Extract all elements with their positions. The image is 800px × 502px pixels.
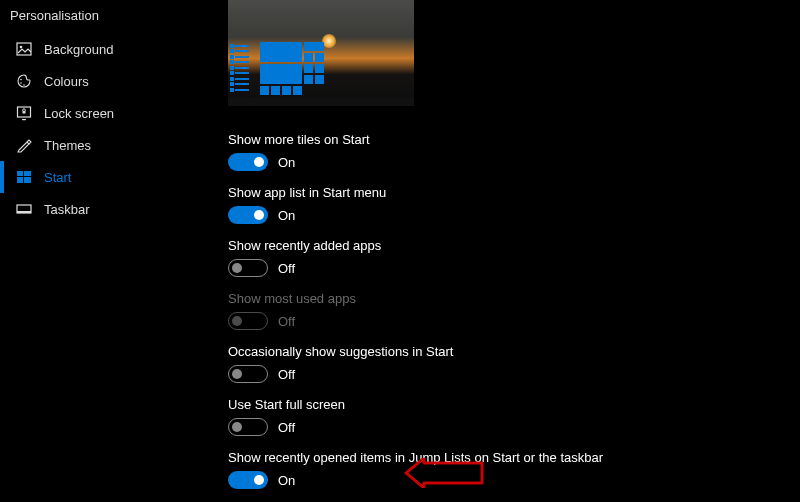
sidebar-item-label: Lock screen bbox=[44, 106, 114, 121]
svg-point-4 bbox=[23, 84, 25, 86]
svg-rect-7 bbox=[23, 111, 26, 114]
svg-point-1 bbox=[20, 46, 23, 49]
toggle-state: Off bbox=[278, 420, 295, 435]
toggle-state: On bbox=[278, 208, 295, 223]
sidebar-item-background[interactable]: Background bbox=[0, 33, 200, 65]
sidebar: Personalisation Background Colours Lock … bbox=[0, 0, 200, 225]
toggle-app-list[interactable] bbox=[228, 206, 268, 224]
setting-label: Use Start full screen bbox=[228, 397, 788, 412]
palette-icon bbox=[16, 73, 32, 89]
toggle-jump-lists[interactable] bbox=[228, 471, 268, 489]
setting-label: Show most used apps bbox=[228, 291, 788, 306]
svg-point-2 bbox=[20, 79, 22, 81]
setting-full-screen: Use Start full screen Off bbox=[228, 397, 788, 436]
setting-label: Show app list in Start menu bbox=[228, 185, 788, 200]
sidebar-item-label: Themes bbox=[44, 138, 91, 153]
toggle-recent-apps[interactable] bbox=[228, 259, 268, 277]
setting-label: Occasionally show suggestions in Start bbox=[228, 344, 788, 359]
taskbar-icon bbox=[16, 201, 32, 217]
main-content: Aa Show more tiles on Start On bbox=[228, 0, 788, 502]
toggle-state: Off bbox=[278, 314, 295, 329]
setting-most-used: Show most used apps Off bbox=[228, 291, 788, 330]
toggle-state: On bbox=[278, 155, 295, 170]
toggle-full-screen[interactable] bbox=[228, 418, 268, 436]
svg-rect-9 bbox=[24, 171, 31, 176]
sidebar-item-colours[interactable]: Colours bbox=[0, 65, 200, 97]
setting-app-list: Show app list in Start menu On bbox=[228, 185, 788, 224]
toggle-more-tiles[interactable] bbox=[228, 153, 268, 171]
svg-rect-13 bbox=[17, 211, 31, 213]
image-icon bbox=[16, 41, 32, 57]
svg-rect-11 bbox=[24, 177, 31, 183]
sidebar-item-lock-screen[interactable]: Lock screen bbox=[0, 97, 200, 129]
setting-label: Show recently opened items in Jump Lists… bbox=[228, 450, 788, 465]
sidebar-item-label: Start bbox=[44, 170, 71, 185]
setting-more-tiles: Show more tiles on Start On bbox=[228, 132, 788, 171]
svg-point-3 bbox=[20, 82, 22, 84]
setting-suggestions: Occasionally show suggestions in Start O… bbox=[228, 344, 788, 383]
toggle-most-used bbox=[228, 312, 268, 330]
lock-screen-icon bbox=[16, 105, 32, 121]
svg-rect-6 bbox=[22, 119, 26, 120]
setting-label: Show more tiles on Start bbox=[228, 132, 788, 147]
sidebar-title: Personalisation bbox=[0, 0, 200, 33]
svg-rect-0 bbox=[17, 43, 31, 55]
start-preview: Aa bbox=[228, 0, 414, 106]
setting-jump-lists: Show recently opened items in Jump Lists… bbox=[228, 450, 788, 489]
toggle-suggestions[interactable] bbox=[228, 365, 268, 383]
sidebar-item-label: Background bbox=[44, 42, 113, 57]
themes-icon bbox=[16, 137, 32, 153]
sidebar-item-themes[interactable]: Themes bbox=[0, 129, 200, 161]
sidebar-item-taskbar[interactable]: Taskbar bbox=[0, 193, 200, 225]
svg-rect-10 bbox=[17, 177, 23, 183]
sidebar-item-label: Taskbar bbox=[44, 202, 90, 217]
toggle-state: Off bbox=[278, 261, 295, 276]
setting-recent-apps: Show recently added apps Off bbox=[228, 238, 788, 277]
toggle-state: On bbox=[278, 473, 295, 488]
setting-label: Show recently added apps bbox=[228, 238, 788, 253]
start-icon bbox=[16, 169, 32, 185]
sidebar-item-label: Colours bbox=[44, 74, 89, 89]
sidebar-item-start[interactable]: Start bbox=[0, 161, 200, 193]
toggle-state: Off bbox=[278, 367, 295, 382]
svg-rect-8 bbox=[17, 171, 23, 176]
